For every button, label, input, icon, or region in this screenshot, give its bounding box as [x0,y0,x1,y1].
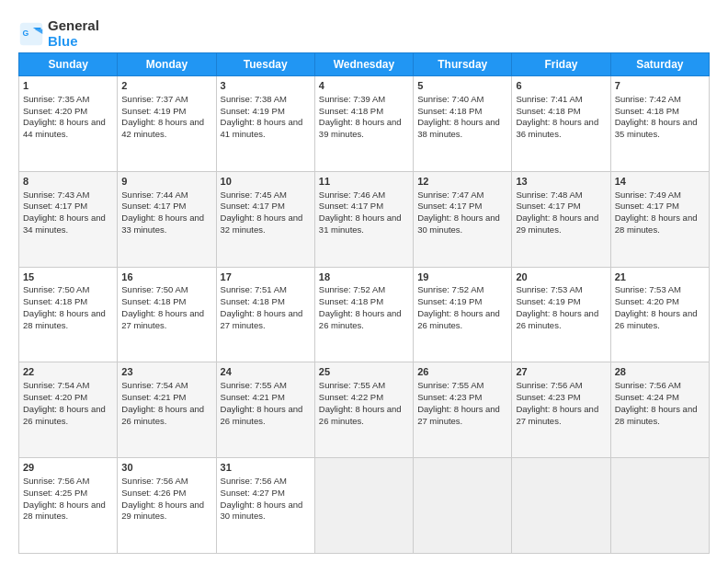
day-number: 17 [221,270,311,284]
calendar-header-row: SundayMondayTuesdayWednesdayThursdayFrid… [19,53,710,76]
calendar-cell: 30Sunrise: 7:56 AMSunset: 4:26 PMDayligh… [118,458,216,554]
calendar-cell: 15Sunrise: 7:50 AMSunset: 4:18 PMDayligh… [19,267,118,362]
day-number: 8 [23,175,113,189]
day-number: 15 [23,270,113,284]
day-number: 10 [221,175,311,189]
calendar-day-header: Monday [118,53,216,76]
day-number: 20 [516,270,606,284]
day-number: 14 [615,175,705,189]
calendar-cell: 26Sunrise: 7:55 AMSunset: 4:23 PMDayligh… [414,362,512,458]
logo-icon: G [18,21,44,47]
calendar-cell [414,458,512,554]
calendar-cell: 9Sunrise: 7:44 AMSunset: 4:17 PMDaylight… [118,171,216,267]
calendar-day-header: Thursday [414,53,512,76]
day-number: 19 [417,270,507,284]
calendar-cell: 17Sunrise: 7:51 AMSunset: 4:18 PMDayligh… [216,267,314,362]
day-number: 28 [615,365,705,379]
calendar-cell [314,458,413,554]
day-number: 18 [319,270,409,284]
day-number: 31 [221,461,311,475]
calendar-body: 1Sunrise: 7:35 AMSunset: 4:20 PMDaylight… [19,76,710,554]
calendar-week-row: 15Sunrise: 7:50 AMSunset: 4:18 PMDayligh… [19,267,710,362]
day-number: 2 [121,79,211,93]
calendar-cell: 2Sunrise: 7:37 AMSunset: 4:19 PMDaylight… [118,76,216,172]
calendar-cell: 16Sunrise: 7:50 AMSunset: 4:18 PMDayligh… [118,267,216,362]
calendar-cell: 1Sunrise: 7:35 AMSunset: 4:20 PMDaylight… [19,76,118,172]
calendar-cell: 12Sunrise: 7:47 AMSunset: 4:17 PMDayligh… [414,171,512,267]
calendar-week-row: 22Sunrise: 7:54 AMSunset: 4:20 PMDayligh… [19,362,710,458]
day-number: 13 [516,175,606,189]
calendar-cell: 28Sunrise: 7:56 AMSunset: 4:24 PMDayligh… [610,362,709,458]
day-number: 1 [23,79,113,93]
calendar-day-header: Tuesday [216,53,314,76]
day-number: 25 [319,365,409,379]
calendar-cell: 24Sunrise: 7:55 AMSunset: 4:21 PMDayligh… [216,362,314,458]
calendar-week-row: 29Sunrise: 7:56 AMSunset: 4:25 PMDayligh… [19,458,710,554]
calendar-cell: 13Sunrise: 7:48 AMSunset: 4:17 PMDayligh… [512,171,610,267]
day-number: 29 [23,461,113,475]
day-number: 24 [221,365,311,379]
calendar-cell: 4Sunrise: 7:39 AMSunset: 4:18 PMDaylight… [314,76,413,172]
logo: G GeneralBlue [18,18,99,49]
day-number: 12 [417,175,507,189]
calendar-cell: 6Sunrise: 7:41 AMSunset: 4:18 PMDaylight… [512,76,610,172]
calendar-cell: 10Sunrise: 7:45 AMSunset: 4:17 PMDayligh… [216,171,314,267]
header: G GeneralBlue [18,15,710,49]
day-number: 6 [516,79,606,93]
calendar-cell: 11Sunrise: 7:46 AMSunset: 4:17 PMDayligh… [314,171,413,267]
calendar-cell: 25Sunrise: 7:55 AMSunset: 4:22 PMDayligh… [314,362,413,458]
day-number: 16 [121,270,211,284]
calendar-day-header: Sunday [19,53,118,76]
calendar-cell: 22Sunrise: 7:54 AMSunset: 4:20 PMDayligh… [19,362,118,458]
calendar-day-header: Friday [512,53,610,76]
day-number: 27 [516,365,606,379]
calendar-cell: 31Sunrise: 7:56 AMSunset: 4:27 PMDayligh… [216,458,314,554]
calendar-cell: 19Sunrise: 7:52 AMSunset: 4:19 PMDayligh… [414,267,512,362]
calendar-cell: 18Sunrise: 7:52 AMSunset: 4:18 PMDayligh… [314,267,413,362]
calendar-table: SundayMondayTuesdayWednesdayThursdayFrid… [18,52,710,554]
calendar-week-row: 8Sunrise: 7:43 AMSunset: 4:17 PMDaylight… [19,171,710,267]
svg-text:G: G [22,28,28,37]
day-number: 9 [121,175,211,189]
calendar-cell: 3Sunrise: 7:38 AMSunset: 4:19 PMDaylight… [216,76,314,172]
day-number: 21 [615,270,705,284]
day-number: 5 [417,79,507,93]
calendar-cell: 23Sunrise: 7:54 AMSunset: 4:21 PMDayligh… [118,362,216,458]
calendar-cell: 21Sunrise: 7:53 AMSunset: 4:20 PMDayligh… [610,267,709,362]
calendar-day-header: Saturday [610,53,709,76]
day-number: 3 [221,79,311,93]
day-number: 22 [23,365,113,379]
day-number: 30 [121,461,211,475]
calendar-cell: 14Sunrise: 7:49 AMSunset: 4:17 PMDayligh… [610,171,709,267]
calendar-week-row: 1Sunrise: 7:35 AMSunset: 4:20 PMDaylight… [19,76,710,172]
calendar-cell [610,458,709,554]
calendar-day-header: Wednesday [314,53,413,76]
calendar-cell: 27Sunrise: 7:56 AMSunset: 4:23 PMDayligh… [512,362,610,458]
calendar-cell: 29Sunrise: 7:56 AMSunset: 4:25 PMDayligh… [19,458,118,554]
day-number: 23 [121,365,211,379]
day-number: 7 [615,79,705,93]
calendar-cell: 8Sunrise: 7:43 AMSunset: 4:17 PMDaylight… [19,171,118,267]
day-number: 11 [319,175,409,189]
day-number: 26 [417,365,507,379]
day-number: 4 [319,79,409,93]
calendar-cell: 5Sunrise: 7:40 AMSunset: 4:18 PMDaylight… [414,76,512,172]
calendar-cell: 7Sunrise: 7:42 AMSunset: 4:18 PMDaylight… [610,76,709,172]
page: G GeneralBlue SundayMondayTuesdayWednesd… [0,0,728,563]
calendar-cell: 20Sunrise: 7:53 AMSunset: 4:19 PMDayligh… [512,267,610,362]
calendar-cell [512,458,610,554]
